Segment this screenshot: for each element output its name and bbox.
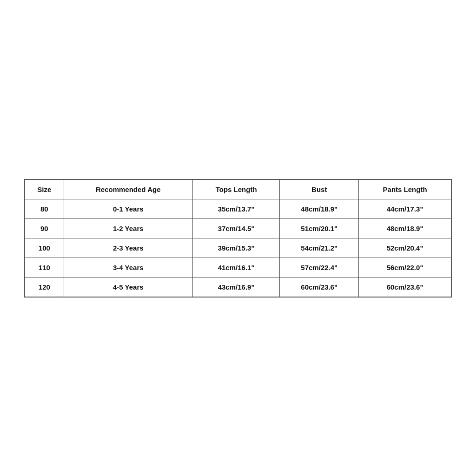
table-cell-2-4: 52cm/20.4" [359, 238, 451, 258]
table-row: 901-2 Years37cm/14.5"51cm/20.1"48cm/18.9… [25, 218, 451, 238]
table-row: 1204-5 Years43cm/16.9"60cm/23.6"60cm/23.… [25, 277, 451, 297]
table-row: 1103-4 Years41cm/16.1"57cm/22.4"56cm/22.… [25, 258, 451, 277]
table-cell-2-1: 2-3 Years [64, 238, 192, 258]
table-header-tops-length: Tops Length [192, 179, 280, 199]
table-cell-2-3: 54cm/21.2" [280, 238, 359, 258]
size-chart-table: SizeRecommended AgeTops LengthBustPants … [24, 179, 452, 298]
table-cell-3-1: 3-4 Years [64, 258, 192, 277]
table-cell-4-3: 60cm/23.6" [280, 277, 359, 297]
table-row: 1002-3 Years39cm/15.3"54cm/21.2"52cm/20.… [25, 238, 451, 258]
table-cell-0-1: 0-1 Years [64, 199, 192, 218]
table-cell-2-2: 39cm/15.3" [192, 238, 280, 258]
table-cell-0-3: 48cm/18.9" [280, 199, 359, 218]
table-cell-0-0: 80 [25, 199, 64, 218]
table-cell-3-3: 57cm/22.4" [280, 258, 359, 277]
table-cell-1-0: 90 [25, 218, 64, 238]
table-cell-3-2: 41cm/16.1" [192, 258, 280, 277]
table-header-recommended-age: Recommended Age [64, 179, 192, 199]
table-cell-1-3: 51cm/20.1" [280, 218, 359, 238]
table-cell-4-2: 43cm/16.9" [192, 277, 280, 297]
table-cell-4-0: 120 [25, 277, 64, 297]
table-header-bust: Bust [280, 179, 359, 199]
table-cell-3-0: 110 [25, 258, 64, 277]
table-cell-0-4: 44cm/17.3" [359, 199, 451, 218]
size-chart-container: SizeRecommended AgeTops LengthBustPants … [24, 179, 452, 298]
table-header-size: Size [25, 179, 64, 199]
table-header-pants-length: Pants Length [359, 179, 451, 199]
table-cell-1-1: 1-2 Years [64, 218, 192, 238]
table-cell-0-2: 35cm/13.7" [192, 199, 280, 218]
table-cell-3-4: 56cm/22.0" [359, 258, 451, 277]
table-row: 800-1 Years35cm/13.7"48cm/18.9"44cm/17.3… [25, 199, 451, 218]
table-cell-1-4: 48cm/18.9" [359, 218, 451, 238]
table-header-row: SizeRecommended AgeTops LengthBustPants … [25, 179, 451, 199]
table-cell-4-4: 60cm/23.6" [359, 277, 451, 297]
table-cell-2-0: 100 [25, 238, 64, 258]
table-cell-4-1: 4-5 Years [64, 277, 192, 297]
table-cell-1-2: 37cm/14.5" [192, 218, 280, 238]
